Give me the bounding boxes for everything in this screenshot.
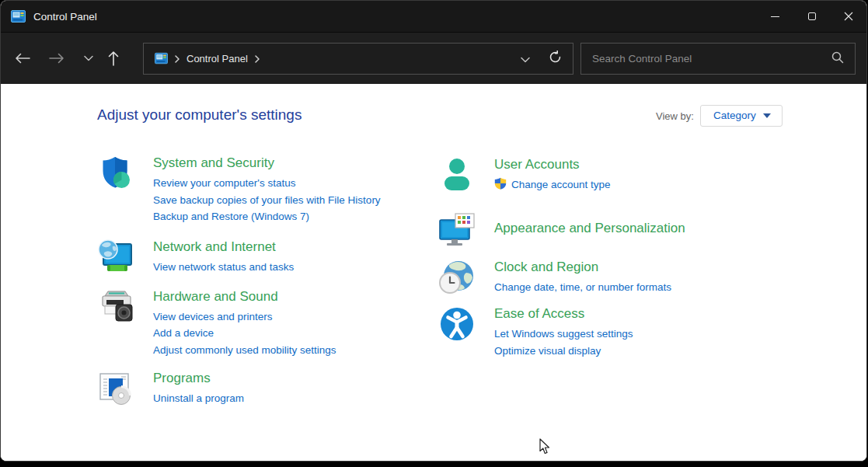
view-by-label: View by: [656,110,694,122]
minimize-button[interactable] [757,1,793,32]
category-title[interactable]: Clock and Region [494,260,598,275]
view-by-control: View by: Category [656,105,783,127]
address-dropdown-icon[interactable] [521,52,530,66]
monitor-palette-icon[interactable] [438,211,476,249]
view-by-dropdown[interactable]: Category [700,105,783,127]
category-appearance-and-personalization: Appearance and Personalization [438,211,827,249]
category-programs: Programs Uninstall a program [97,370,436,407]
maximize-icon [808,12,816,20]
category-link[interactable]: Add a device [153,325,214,342]
window-title: Control Panel [33,11,97,23]
category-title[interactable]: Network and Internet [153,239,276,255]
chevron-down-icon [84,55,93,61]
address-bar[interactable]: Control Panel [143,43,573,75]
control-panel-window: Control Panel [0,0,867,462]
network-monitor-globe-icon[interactable] [97,239,134,276]
minimize-icon [771,16,779,17]
refresh-icon[interactable] [549,51,562,67]
back-arrow-icon [15,53,30,64]
uac-shield-icon [494,177,507,193]
category-column-left: System and Security Review your computer… [97,155,436,407]
recent-locations-button[interactable] [75,45,102,71]
category-title[interactable]: System and Security [153,155,274,171]
category-link[interactable]: Adjust commonly used mobility settings [153,342,336,359]
back-button[interactable] [9,45,36,71]
dropdown-caret-icon [763,113,771,118]
category-link[interactable]: Optimize visual display [494,343,601,360]
category-title[interactable]: Ease of Access [494,306,584,322]
category-ease-of-access: Ease of Access Let Windows suggest setti… [438,305,827,359]
search-box [580,43,856,75]
navigation-bar: Control Panel [1,32,866,84]
up-button[interactable] [100,45,127,71]
close-button[interactable] [830,1,866,32]
up-arrow-icon [108,51,119,66]
breadcrumb-chevron-icon[interactable] [255,55,260,63]
breadcrumb-control-panel[interactable]: Control Panel [186,53,248,64]
category-clock-and-region: Clock and Region Change date, time, or n… [438,259,827,296]
category-link[interactable]: Let Windows suggest settings [494,326,633,343]
category-link[interactable]: View network status and tasks [153,259,294,276]
search-icon[interactable] [831,51,844,67]
control-panel-app-icon [11,9,26,24]
category-title[interactable]: Hardware and Sound [153,289,278,305]
breadcrumb-control-panel-icon [155,52,168,65]
program-window-disc-icon[interactable] [97,370,134,407]
page-title: Adjust your computer's settings [97,106,302,124]
forward-arrow-icon [49,53,64,64]
shield-icon[interactable] [97,155,134,192]
category-column-right: User Accounts [438,156,827,359]
category-link[interactable]: Backup and Restore (Windows 7) [153,208,309,225]
forward-button[interactable] [44,45,70,71]
user-silhouette-icon[interactable] [438,156,476,193]
maximize-button[interactable] [793,1,830,32]
printer-speaker-icon[interactable] [97,288,134,326]
close-icon [844,12,853,21]
category-link[interactable]: Change account type [511,176,611,193]
category-link[interactable]: Save backup copies of your files with Fi… [153,192,381,209]
category-title[interactable]: Appearance and Personalization [494,221,685,236]
view-by-value: Category [713,110,756,121]
titlebar: Control Panel [1,1,866,32]
category-user-accounts: User Accounts [438,156,827,193]
search-input[interactable] [592,53,831,64]
breadcrumb-chevron-icon[interactable] [175,55,180,63]
mouse-cursor [539,438,551,458]
category-link[interactable]: Change date, time, or number formats [494,279,671,296]
category-title[interactable]: Programs [153,371,211,386]
category-system-and-security: System and Security Review your computer… [97,155,436,225]
category-link[interactable]: Review your computer's status [153,175,295,192]
category-hardware-and-sound: Hardware and Sound View devices and prin… [97,288,436,359]
category-title[interactable]: User Accounts [494,157,580,173]
accessibility-icon[interactable] [438,305,476,343]
category-network-and-internet: Network and Internet View network status… [97,239,436,276]
category-link[interactable]: View devices and printers [153,308,273,326]
globe-clock-icon[interactable] [438,259,476,296]
content-area: Adjust your computer's settings View by:… [1,85,866,461]
category-link[interactable]: Uninstall a program [153,390,244,407]
